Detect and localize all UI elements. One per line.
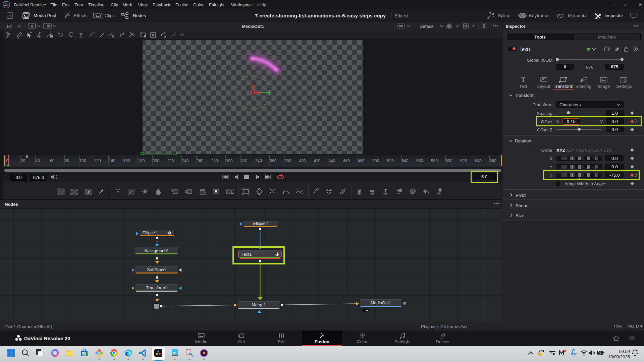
svg-text:T: T	[384, 188, 387, 193]
svg-text:T: T	[521, 76, 526, 83]
svg-text:T: T	[87, 189, 90, 194]
svg-text:z: z	[637, 349, 639, 352]
svg-text:A: A	[31, 24, 33, 28]
